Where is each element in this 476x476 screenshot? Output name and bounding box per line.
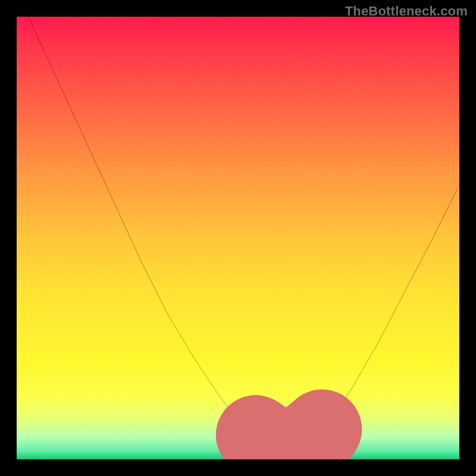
highlight-markers <box>17 17 459 459</box>
marker-path <box>256 429 322 448</box>
outer-frame: TheBottleneck.com <box>0 0 476 476</box>
plot-area <box>17 17 459 459</box>
